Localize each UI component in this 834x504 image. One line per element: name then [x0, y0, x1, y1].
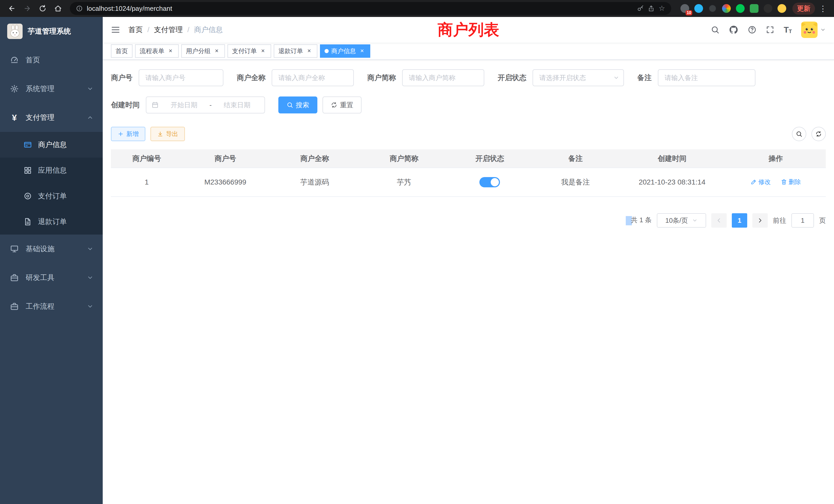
- cell-create-time: 2021-10-23 08:31:14: [619, 168, 726, 197]
- sidebar-item-refund-order[interactable]: 退款订单: [0, 209, 103, 234]
- tab-refund-order[interactable]: 退款订单 ×: [274, 44, 317, 58]
- edit-link[interactable]: 修改: [750, 178, 771, 186]
- browser-update-button[interactable]: 更新: [792, 3, 815, 15]
- search-icon: [796, 131, 803, 137]
- refresh-icon: [815, 131, 822, 137]
- tab-user-group[interactable]: 用户分组 ×: [181, 44, 225, 58]
- status-select[interactable]: 请选择开启状态: [532, 69, 624, 86]
- tab-close-icon[interactable]: ×: [306, 47, 313, 55]
- add-button[interactable]: 新增: [111, 127, 145, 141]
- cell-merchant-name: 芋道源码: [268, 168, 361, 197]
- edit-icon: [750, 179, 757, 185]
- reset-button[interactable]: 重置: [323, 96, 361, 113]
- extension-icon[interactable]: [722, 4, 731, 13]
- sidebar-item-infrastructure[interactable]: 基础设施: [0, 234, 103, 263]
- extension-icon[interactable]: 10: [680, 4, 689, 13]
- font-size-icon[interactable]: TT: [784, 26, 792, 34]
- sidebar-item-pay-order[interactable]: 支付订单: [0, 183, 103, 209]
- breadcrumb: 首页 / 支付管理 / 商户信息: [128, 25, 223, 35]
- merchant-short-name-input[interactable]: [402, 69, 484, 86]
- extension-icon[interactable]: [750, 4, 759, 13]
- sidebar-item-system[interactable]: 系统管理: [0, 74, 103, 103]
- reload-icon[interactable]: [36, 2, 49, 15]
- tab-close-icon[interactable]: ×: [213, 47, 220, 55]
- refresh-table-button[interactable]: [811, 127, 826, 141]
- extension-badge: 10: [686, 10, 692, 16]
- sidebar-item-label: 退款订单: [38, 217, 67, 227]
- table-header-row: 商户编号 商户号 商户全称 商户简称 开启状态 备注 创建时间 操作: [111, 150, 826, 168]
- help-icon[interactable]: [748, 25, 756, 34]
- app-logo[interactable]: 芋道管理系统: [0, 17, 103, 46]
- prev-page-button[interactable]: [711, 213, 727, 228]
- sidebar-item-app-info[interactable]: 应用信息: [0, 158, 103, 183]
- user-avatar[interactable]: [801, 22, 826, 38]
- extensions-area: 10: [680, 4, 786, 13]
- sidebar-item-payment[interactable]: ¥ 支付管理: [0, 103, 103, 132]
- forward-icon[interactable]: [21, 2, 34, 15]
- sidebar-item-home[interactable]: 首页: [0, 46, 103, 74]
- filter-row-2: 创建时间 开始日期 - 结束日期 搜索 重置: [111, 96, 826, 113]
- toggle-search-button[interactable]: [792, 127, 806, 141]
- site-info-icon[interactable]: [76, 5, 83, 12]
- sidebar-item-merchant-info[interactable]: 商户信息: [0, 132, 103, 158]
- column-header: 备注: [533, 150, 619, 168]
- extension-icon[interactable]: [764, 4, 772, 13]
- export-button[interactable]: 导出: [151, 127, 185, 141]
- start-date-placeholder: 开始日期: [162, 100, 206, 110]
- sidebar: 芋道管理系统 首页 系统管理 ¥ 支付管理 商户信息 应用信息: [0, 17, 103, 504]
- sidebar-item-dev-tools[interactable]: 研发工具: [0, 263, 103, 292]
- create-time-range-picker[interactable]: 开始日期 - 结束日期: [146, 96, 265, 113]
- status-toggle[interactable]: [479, 177, 500, 187]
- merchant-name-input[interactable]: [272, 69, 354, 86]
- chevron-right-icon: [757, 217, 763, 224]
- extension-icon[interactable]: [777, 4, 786, 13]
- extension-icon[interactable]: [708, 4, 717, 13]
- tab-close-icon[interactable]: ×: [358, 47, 366, 55]
- password-key-icon[interactable]: [637, 5, 644, 12]
- hamburger-icon[interactable]: [111, 25, 120, 35]
- goto-page-input[interactable]: [791, 213, 814, 228]
- sidebar-item-workflow[interactable]: 工作流程: [0, 292, 103, 321]
- app-navbar: 首页 / 支付管理 / 商户信息 商户列表 TT: [103, 17, 834, 43]
- fullscreen-icon[interactable]: [766, 25, 774, 34]
- page-size-select[interactable]: 10条/页: [657, 213, 706, 228]
- bookmark-star-icon[interactable]: ☆: [659, 5, 665, 12]
- filter-row-1: 商户号 商户全称 商户简称 开启状态 请选择开启状态: [111, 69, 826, 86]
- sidebar-item-label: 首页: [26, 55, 40, 65]
- remark-input[interactable]: [658, 69, 755, 86]
- share-icon[interactable]: [648, 5, 655, 12]
- url-bar[interactable]: localhost:1024/pay/merchant ☆: [70, 2, 671, 15]
- next-page-button[interactable]: [752, 213, 768, 228]
- tab-pay-order[interactable]: 支付订单 ×: [227, 44, 271, 58]
- breadcrumb-home[interactable]: 首页: [128, 25, 143, 35]
- chevron-down-icon: [87, 86, 93, 92]
- breadcrumb-separator: /: [188, 26, 190, 34]
- sidebar-item-label: 研发工具: [26, 273, 54, 282]
- tab-home[interactable]: 首页: [111, 44, 132, 58]
- sidebar-item-label: 支付管理: [26, 113, 54, 122]
- page-number-1[interactable]: 1: [732, 213, 747, 228]
- merchant-no-input[interactable]: [139, 69, 223, 86]
- chevron-down-icon: [692, 217, 698, 223]
- tab-merchant-info[interactable]: 商户信息 ×: [320, 44, 370, 58]
- search-button[interactable]: 搜索: [278, 96, 317, 113]
- page-content: 商户号 商户全称 商户简称 开启状态 请选择开启状态: [103, 60, 834, 504]
- extension-icon[interactable]: [694, 4, 703, 13]
- delete-link[interactable]: 删除: [781, 178, 801, 186]
- tab-close-icon[interactable]: ×: [259, 47, 266, 55]
- extension-icon[interactable]: [736, 4, 745, 13]
- remark-label: 备注: [637, 73, 652, 83]
- column-header: 商户号: [182, 150, 268, 168]
- yen-icon: ¥: [9, 113, 20, 123]
- browser-menu-icon[interactable]: ⋮: [817, 4, 829, 13]
- download-icon: [157, 131, 163, 137]
- tab-process-form[interactable]: 流程表单 ×: [135, 44, 179, 58]
- home-icon[interactable]: [51, 2, 65, 15]
- table-toolbar: 新增 导出: [111, 127, 826, 141]
- goto-suffix-label: 页: [819, 216, 826, 225]
- breadcrumb-payment[interactable]: 支付管理: [154, 25, 183, 35]
- back-icon[interactable]: [5, 2, 19, 15]
- tab-close-icon[interactable]: ×: [167, 47, 174, 55]
- search-icon[interactable]: [711, 25, 720, 34]
- github-icon[interactable]: [729, 25, 739, 35]
